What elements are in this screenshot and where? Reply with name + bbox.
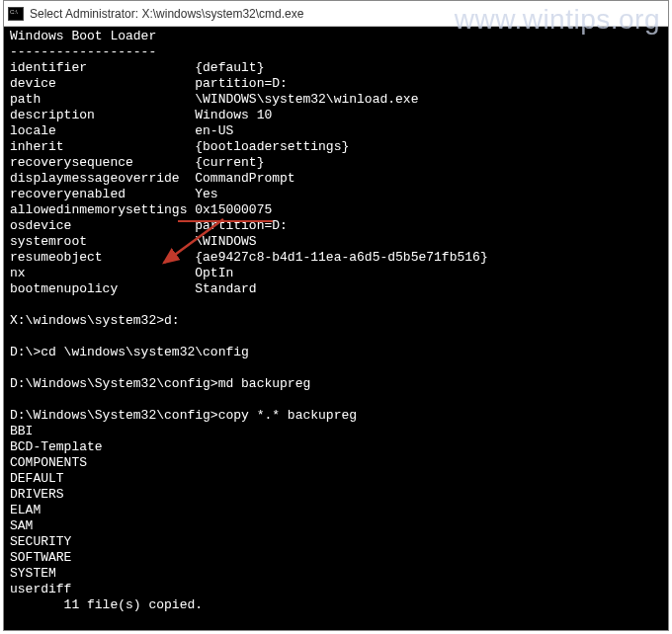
titlebar[interactable]: Select Administrator: X:\windows\system3…: [4, 1, 668, 27]
cmd-window: Select Administrator: X:\windows\system3…: [3, 0, 669, 631]
terminal-output[interactable]: Windows Boot Loader ------------------- …: [4, 27, 668, 634]
osdevice-underline-annotation: [178, 220, 273, 222]
window-title: Select Administrator: X:\windows\system3…: [30, 7, 303, 21]
cmd-icon: [8, 7, 24, 21]
